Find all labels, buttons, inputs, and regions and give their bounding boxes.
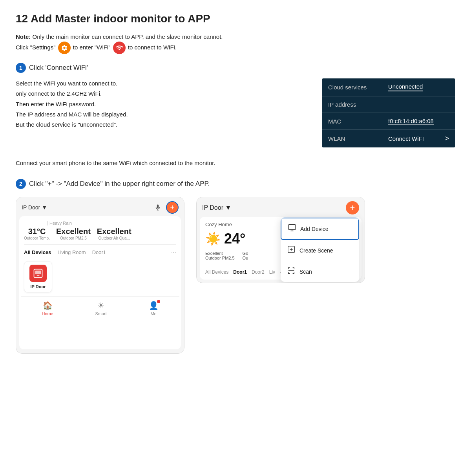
pm-excellent: Excellent Outdoor PM2.5 — [205, 251, 235, 260]
phones-row: IP Door ▼ + Heavy Rain 31°C Outd — [16, 197, 455, 354]
step2-label: Click "+" -> "Add Device" in the upper r… — [29, 180, 210, 188]
wifi-icon — [113, 42, 126, 54]
mac-label: MAC — [322, 113, 382, 130]
cloud-label: Cloud services — [322, 78, 382, 96]
wlan-label: WLAN — [322, 130, 382, 148]
btab-door1[interactable]: Door1 — [233, 269, 247, 275]
tab-dots[interactable]: ··· — [171, 249, 176, 256]
pm-go: Go Ou — [243, 251, 248, 260]
device-icon — [29, 265, 47, 282]
device-label: IP Door — [31, 284, 46, 289]
phone2-top-bar: IP Door ▼ + — [197, 197, 365, 217]
add-device-icon — [288, 223, 296, 234]
step1-text: Select the WiFi you want to connect to.o… — [16, 78, 306, 130]
tab-door1[interactable]: Door1 — [92, 249, 106, 255]
device-card-ipdoor: IP Door — [24, 261, 52, 293]
tab-all-devices[interactable]: All Devices — [24, 249, 51, 255]
info-row-cloud: Cloud services Unconnected — [322, 78, 455, 96]
mic-icon[interactable] — [153, 203, 162, 212]
btab-door2[interactable]: Door2 — [252, 269, 265, 275]
step2-header: 2 Click "+" -> "Add Device" in the upper… — [16, 179, 455, 189]
nav-home-label: Home — [42, 311, 53, 316]
phone1-bottom-nav: 🏠 Home ☀ Smart 👤 Me — [21, 296, 179, 319]
step1-header: 1 Click 'Connect WiFi' — [16, 63, 455, 73]
add-button-phone2[interactable]: + — [346, 201, 359, 214]
info-card: Cloud services Unconnected IP address MA… — [322, 78, 455, 147]
nav-me-label: Me — [150, 311, 156, 316]
svg-rect-1 — [35, 271, 41, 274]
dropdown-menu: Add Device Create Scene — [281, 218, 359, 282]
temp2: 24° — [224, 231, 245, 247]
me-icon: 👤 — [149, 301, 159, 310]
step2-badge: 2 — [16, 179, 26, 189]
tab-living-room[interactable]: Living Room — [57, 249, 86, 255]
info-row-mac: MAC f0:c8:14:d0:a6:08 — [322, 113, 455, 130]
smart-icon: ☀ — [97, 301, 104, 310]
ip-value — [382, 96, 455, 113]
note-block: Note: Only the main monitor can connect … — [16, 32, 455, 54]
create-scene-label: Create Scene — [299, 247, 333, 254]
rain-label: Heavy Rain — [24, 221, 176, 225]
nav-home[interactable]: 🏠 Home — [42, 301, 53, 316]
note-line2-end: to connect to WiFi. — [128, 44, 177, 51]
pm25-col: Excellent Outdoor PM2.5 — [56, 227, 91, 240]
info-row-wlan: WLAN Connect WiFI > — [322, 130, 455, 148]
note-line2: Click "Settings" — [16, 44, 56, 51]
phone1-body: Heavy Rain 31°C Outdoor Temp. Excellent … — [19, 216, 181, 349]
scan-label: Scan — [299, 269, 312, 275]
cozy-home-label: Cozy Home — [205, 222, 232, 227]
svg-rect-2 — [37, 275, 40, 276]
step1-body: Select the WiFi you want to connect to.o… — [16, 78, 306, 130]
weather-bar: 31°C Outdoor Temp. Excellent Outdoor PM2… — [24, 227, 176, 245]
svg-rect-3 — [288, 225, 296, 230]
phone1-icons-right: + — [153, 201, 179, 214]
phone1-top-bar: IP Door ▼ + — [16, 197, 184, 216]
dropdown-add-device[interactable]: Add Device — [281, 218, 359, 240]
phone1-location: IP Door ▼ — [22, 204, 47, 211]
step1-label: Click 'Connect WiFi' — [29, 64, 88, 72]
note-text: Only the main monitor can connect to APP… — [31, 33, 223, 40]
settings-icon — [58, 42, 71, 54]
phone1-mockup: IP Door ▼ + Heavy Rain 31°C Outd — [16, 197, 184, 354]
add-button-phone1[interactable]: + — [166, 201, 179, 214]
aqi-col: Excellent Outdoor Air Qua... — [97, 227, 131, 240]
dropdown-create-scene[interactable]: Create Scene — [281, 240, 359, 261]
info-row-ip: IP address — [322, 96, 455, 113]
mac-value: f0:c8:14:d0:a6:08 — [382, 113, 455, 130]
home-icon: 🏠 — [43, 301, 53, 310]
phone2-mockup: IP Door ▼ + Cozy Home ☀️ 24° Excellent O… — [196, 197, 365, 283]
scan-icon — [287, 266, 296, 277]
create-scene-icon — [287, 245, 296, 256]
temp-col: 31°C Outdoor Temp. — [24, 227, 50, 240]
step1-layout: Select the WiFi you want to connect to.o… — [16, 78, 455, 147]
btab-liv[interactable]: Liv — [269, 269, 275, 275]
page-title: 12 Add Master indoor monitor to APP — [16, 13, 455, 25]
phone1-tabs: All Devices Living Room Door1 ··· — [24, 249, 176, 256]
phone2-location: IP Door ▼ — [202, 204, 231, 211]
connect-paragraph: Connect your smart phone to the same WiF… — [16, 158, 455, 168]
note-line2-mid: to enter "WiFi" — [73, 44, 111, 51]
ip-label: IP address — [322, 96, 382, 113]
cloud-value: Unconnected — [382, 78, 455, 96]
dropdown-scan[interactable]: Scan — [281, 261, 359, 282]
sun-icon: ☀️ — [205, 231, 221, 246]
step1-badge: 1 — [16, 63, 26, 73]
note-bold: Note: — [16, 33, 31, 40]
btab-all-devices[interactable]: All Devices — [205, 269, 228, 275]
nav-smart-label: Smart — [95, 311, 106, 316]
nav-me[interactable]: 👤 Me — [149, 301, 159, 316]
add-device-label: Add Device — [300, 226, 329, 232]
wlan-value: Connect WiFI > — [382, 130, 455, 148]
nav-smart[interactable]: ☀ Smart — [95, 301, 106, 316]
